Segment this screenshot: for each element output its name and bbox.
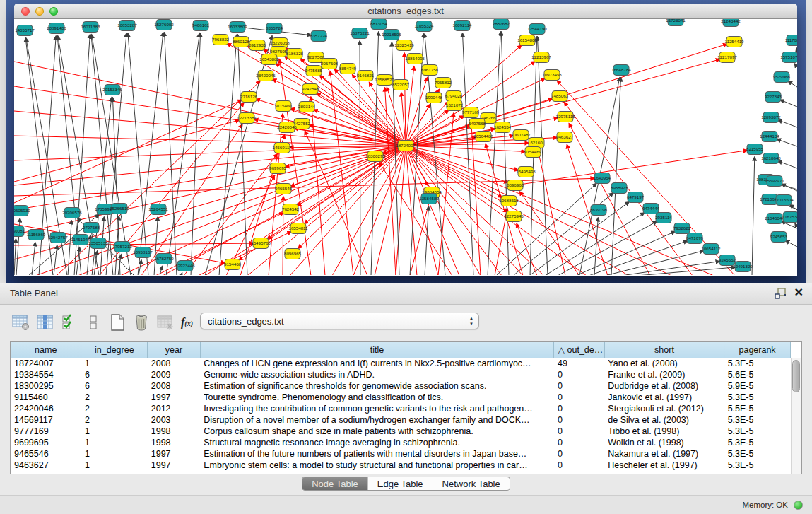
- table-row[interactable]: 1830029562008Estimation of significance …: [11, 380, 791, 392]
- table-cell[interactable]: 0: [554, 414, 604, 426]
- table-cell[interactable]: Wolkin et al. (1998): [604, 437, 724, 448]
- graph-node[interactable]: 8860128: [233, 37, 250, 47]
- graph-node[interactable]: 9475685: [305, 66, 323, 76]
- graph-node[interactable]: 12213384: [237, 113, 257, 124]
- graph-node[interactable]: 12942757: [48, 233, 68, 243]
- graph-node[interactable]: 16782759: [154, 254, 174, 264]
- graph-edge[interactable]: [191, 33, 201, 275]
- graph-node[interactable]: 8938923: [611, 183, 628, 194]
- float-window-icon[interactable]: [775, 288, 787, 300]
- table-cell[interactable]: 5.3E-5: [724, 448, 791, 460]
- graph-node[interactable]: 9466161: [192, 21, 210, 31]
- table-cell[interactable]: 0: [554, 369, 604, 380]
- column-header-name[interactable]: name: [11, 342, 81, 358]
- graph-edge[interactable]: [311, 97, 325, 275]
- graph-node[interactable]: 20891406: [47, 23, 66, 34]
- graph-node[interactable]: 1640954: [594, 173, 611, 184]
- graph-node[interactable]: 7485063: [551, 91, 569, 102]
- table-cell[interactable]: 6: [81, 369, 148, 380]
- graph-node[interactable]: 2967608: [321, 59, 339, 69]
- graph-node[interactable]: 12325419: [394, 40, 414, 51]
- table-cell[interactable]: Stergiakouli et al. (2012): [604, 403, 724, 414]
- graph-node[interactable]: 16154808: [517, 35, 537, 46]
- graph-node[interactable]: 9797588: [83, 223, 100, 233]
- graph-node[interactable]: 10688616: [499, 196, 519, 206]
- graph-node[interactable]: 9529966: [773, 72, 791, 83]
- graph-node[interactable]: 20153346: [102, 85, 122, 95]
- table-cell[interactable]: Hescheler et al. (1997): [604, 460, 724, 471]
- graph-node[interactable]: 8096960: [507, 180, 524, 191]
- graph-edge[interactable]: [517, 223, 537, 275]
- graph-node[interactable]: 12491320: [733, 262, 753, 272]
- table-cell[interactable]: Nakamura et al. (1997): [604, 448, 724, 460]
- graph-node[interactable]: 15692971: [765, 176, 784, 187]
- table-cell[interactable]: 1997: [148, 448, 200, 460]
- table-cell[interactable]: 19384554: [11, 369, 81, 380]
- table-cell[interactable]: 2: [81, 392, 148, 403]
- graph-node[interactable]: 8215955: [746, 144, 764, 155]
- graph-edge[interactable]: [796, 48, 797, 50]
- graph-node[interactable]: 13505135: [88, 238, 108, 249]
- graph-edge[interactable]: [138, 33, 163, 275]
- table-cell[interactable]: 5.3E-5: [724, 358, 791, 369]
- close-panel-icon[interactable]: ✕: [794, 286, 804, 299]
- graph-node[interactable]: 11176013: [785, 35, 797, 46]
- graph-node[interactable]: 9227343: [765, 92, 782, 103]
- graph-edge[interactable]: [545, 213, 645, 275]
- table-row[interactable]: 946362711997Embryonic stem cells: a mode…: [11, 460, 791, 471]
- graph-edge[interactable]: [778, 120, 797, 127]
- table-cell[interactable]: 14569117: [11, 414, 81, 426]
- table-row[interactable]: 977716911998Corpus callosum shape and si…: [11, 426, 791, 437]
- graph-edge[interactable]: [166, 33, 199, 275]
- graph-edge[interactable]: [14, 100, 242, 203]
- graph-node[interactable]: 1621072: [446, 100, 464, 111]
- graph-node[interactable]: 17957213: [112, 242, 132, 252]
- table-cell[interactable]: 1: [81, 358, 148, 369]
- table-cell[interactable]: Investigating the contribution of common…: [200, 403, 554, 414]
- table-cell[interactable]: 22420046: [11, 403, 81, 414]
- graph-node[interactable]: 9115460: [275, 101, 292, 112]
- table-cell[interactable]: 5.6E-5: [724, 369, 791, 380]
- table-cell[interactable]: 9699695: [11, 437, 81, 448]
- table-cell[interactable]: 0: [554, 460, 604, 471]
- table-cell[interactable]: 2: [81, 403, 148, 414]
- graph-node[interactable]: 1990448: [425, 93, 443, 103]
- graph-node[interactable]: 12923446: [175, 261, 195, 271]
- table-cell[interactable]: 49: [554, 358, 604, 369]
- graph-node[interactable]: 11156869: [27, 230, 46, 240]
- graph-node[interactable]: 7932621: [673, 223, 691, 234]
- graph-node[interactable]: 12217097: [717, 52, 737, 63]
- graph-node[interactable]: 2718126: [240, 92, 258, 103]
- graph-edge[interactable]: [558, 221, 657, 275]
- graph-edge[interactable]: [406, 146, 481, 275]
- column-header-year[interactable]: year: [148, 342, 200, 358]
- graph-node[interactable]: 9474444: [642, 204, 660, 214]
- graph-node[interactable]: 17016504: [774, 195, 794, 206]
- table-row[interactable]: 911546021997Tourette syndrome. Phenomeno…: [11, 392, 791, 403]
- graph-edge[interactable]: [777, 139, 797, 146]
- graph-node[interactable]: 8186328: [286, 49, 304, 59]
- graph-node[interactable]: 16210643: [761, 153, 781, 164]
- graph-node[interactable]: 14055717: [15, 25, 35, 36]
- table-cell[interactable]: 0: [554, 448, 604, 460]
- table-cell[interactable]: 2008: [148, 358, 200, 369]
- graph-node[interactable]: 9465546: [275, 184, 293, 194]
- graph-node[interactable]: 11055324: [414, 21, 434, 32]
- graph-node[interactable]: 12975115: [555, 112, 575, 122]
- table-cell[interactable]: 2003: [148, 414, 200, 426]
- graph-node[interactable]: 15495760: [251, 238, 271, 249]
- graph-node[interactable]: 20564486: [473, 132, 493, 142]
- table-vertical-scrollbar[interactable]: [791, 358, 801, 474]
- graph-edge[interactable]: [106, 33, 126, 275]
- graph-node[interactable]: 10958167: [133, 247, 153, 258]
- table-cell[interactable]: 5.3E-5: [724, 460, 791, 471]
- table-cell[interactable]: 5.3E-5: [724, 392, 791, 403]
- table-cell[interactable]: 2008: [148, 380, 200, 392]
- table-cell[interactable]: Jankovic et al. (1997): [604, 392, 724, 403]
- graph-edge[interactable]: [488, 32, 500, 275]
- table-cell[interactable]: 5.3E-5: [724, 414, 791, 426]
- table-cell[interactable]: 5.3E-5: [724, 437, 791, 448]
- graph-edge[interactable]: [387, 87, 406, 146]
- graph-node[interactable]: 15723041: [666, 19, 686, 26]
- graph-node[interactable]: 9777169: [462, 107, 480, 118]
